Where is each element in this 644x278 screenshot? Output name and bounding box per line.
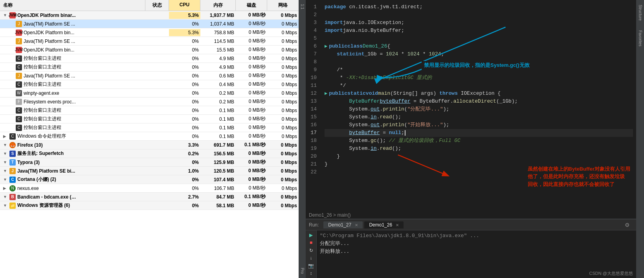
structure-tab[interactable]: Structure <box>637 2 643 24</box>
process-name-text: Cortana (小娜) (2) <box>17 176 56 183</box>
tab-close-icon[interactable]: ✕ <box>396 223 399 227</box>
process-cpu: 0% <box>169 38 200 45</box>
expand-icon[interactable]: ▼ <box>3 195 8 199</box>
expand-icon[interactable]: ▼ <box>3 177 8 182</box>
process-status <box>145 205 169 206</box>
process-cpu: 0% <box>169 176 200 183</box>
process-status <box>145 84 169 85</box>
table-row[interactable]: W winpty-agent.exe 0% 0.2 MB 0 MB/秒 0 Mb… <box>0 89 299 98</box>
expand-icon[interactable]: ▼ <box>3 151 8 156</box>
process-cpu: 0% <box>169 124 200 131</box>
run-tab-demo26[interactable]: Demo1_26 ✕ <box>364 221 404 228</box>
table-row[interactable]: C 控制台窗口主进程 0% 4.9 MB 0 MB/秒 0 Mbps <box>0 54 299 63</box>
process-memory: 0.2 MB <box>200 90 236 97</box>
table-row[interactable]: ▼ JVM OpenJDK Platform binar... 5.3% 1,9… <box>0 11 299 20</box>
table-row[interactable]: ▶ C Windows 命令处理程序 0% 0.1 MB 0 MB/秒 0 Mb… <box>0 132 299 141</box>
process-network: 0 Mbps <box>267 98 299 105</box>
side-tab-favorites[interactable]: Pro <box>299 265 305 276</box>
tab-close-icon[interactable]: ✕ <box>355 223 358 227</box>
expand-icon[interactable]: ▶ <box>3 186 8 190</box>
table-row[interactable]: ▼ 🦊 Firefox (10) 3.3% 691.7 MB 0.1 MB/秒 … <box>0 141 299 149</box>
code-line: ▶public class Demo1_26 { <box>325 42 633 50</box>
expand-icon[interactable]: ▼ <box>3 143 8 147</box>
table-row[interactable]: J Java(TM) Platform SE ... 0% 0.6 MB 0 M… <box>0 72 299 80</box>
process-cpu: 0% <box>169 72 200 79</box>
table-row[interactable]: ▼ S 服务主机: Superfetch 0.2% 156.5 MB 0 MB/… <box>0 149 299 158</box>
table-row[interactable]: J Java(TM) Platform SE ... 0% 1,037.4 MB… <box>0 20 299 28</box>
expand-icon[interactable]: ▼ <box>3 169 8 173</box>
table-row[interactable]: ▶ N nexus.exe 0% 106.7 MB 0 MB/秒 0 Mbps <box>0 184 299 193</box>
table-row[interactable]: ▼ T Typora (3) 0% 125.9 MB 0 MB/秒 0 Mbps <box>0 158 299 167</box>
process-disk: 0 MB/秒 <box>236 28 267 37</box>
expand-icon[interactable]: ▼ <box>3 203 8 208</box>
col-status: 状态 <box>145 0 169 11</box>
table-row[interactable]: C 控制台窗口主进程 0% 0.1 MB 0 MB/秒 0 Mbps <box>0 106 299 115</box>
process-memory: 0.1 MB <box>200 107 236 114</box>
run-tab-demo27[interactable]: Demo1_27 ✕ <box>323 221 363 228</box>
output-line: 开始释放... <box>320 248 633 256</box>
table-row[interactable]: JVM OpenJDK Platform bin... 0% 15.5 MB 0… <box>0 46 299 54</box>
process-name-text: 控制台窗口主进程 <box>24 55 61 62</box>
table-row[interactable]: C 控制台窗口主进程 0% 0.1 MB 0 MB/秒 0 Mbps <box>0 123 299 132</box>
run-camera-button[interactable]: 📷 <box>307 263 315 269</box>
table-row[interactable]: ▼ 📁 Windows 资源管理器 (6) 0% 58.1 MB 0 MB/秒 … <box>0 201 299 210</box>
table-row[interactable]: F Filesystem events proc... 0% 0.2 MB 0 … <box>0 98 299 106</box>
line-number: 4 <box>307 27 320 35</box>
expand-icon[interactable]: ▶ <box>3 134 8 138</box>
line-number: 1 <box>307 3 320 11</box>
process-disk: 0 MB/秒 <box>236 20 267 28</box>
process-icon: C <box>16 107 22 114</box>
table-row[interactable]: ▼ J Java(TM) Platform SE bi... 1.0% 120.… <box>0 167 299 175</box>
process-name: ▼ C Cortana (小娜) (2) <box>0 175 145 184</box>
side-tab-pro[interactable]: 1:1 <box>299 2 305 12</box>
code-line: */ <box>325 82 633 90</box>
tab-demo27-label: Demo1_27 <box>328 222 351 228</box>
process-icon: J <box>9 168 16 174</box>
run-restart-button[interactable]: ↻ <box>307 247 315 254</box>
table-row[interactable]: J Java(TM) Platform SE ... 0% 114.5 MB 0… <box>0 37 299 46</box>
process-icon: F <box>16 99 22 105</box>
expand-icon[interactable]: ▼ <box>3 160 8 164</box>
settings-icon[interactable]: ⚙ <box>622 222 633 228</box>
process-network: 0 Mbps <box>267 159 299 166</box>
run-output: "C:\Program Files\Java\jdk1.8.0_91\bin\j… <box>317 230 636 278</box>
process-status <box>145 170 169 172</box>
process-cpu: 0% <box>169 159 200 166</box>
table-row[interactable]: C 控制台窗口主进程 0% 0.4 MB 0 MB/秒 0 Mbps <box>0 80 299 89</box>
run-scroll-button[interactable]: ↓ <box>307 255 315 261</box>
line-number: 15 <box>307 113 320 121</box>
process-name: ▼ 📁 Windows 资源管理器 (6) <box>0 201 145 210</box>
line-number: 7 <box>307 50 320 58</box>
table-row[interactable]: ▼ C Cortana (小娜) (2) 0% 107.4 MB 0 MB/秒 … <box>0 175 299 184</box>
process-name: C 控制台窗口主进程 <box>0 115 145 123</box>
process-disk: 0 MB/秒 <box>236 184 267 192</box>
run-play-button[interactable]: ▶ <box>307 232 315 238</box>
code-content[interactable]: package cn.itcast.jvm.t1.direct;import j… <box>321 0 636 212</box>
process-memory: 84.7 MB <box>200 193 236 201</box>
col-disk[interactable]: 磁盘 <box>236 0 267 11</box>
favorites-tab[interactable]: Favorites <box>637 27 643 50</box>
process-disk: 0 MB/秒 <box>236 72 267 80</box>
table-row[interactable]: C 控制台窗口主进程 0% 0.1 MB 0 MB/秒 0 Mbps <box>0 115 299 123</box>
code-line: } <box>325 160 633 168</box>
run-settings-button[interactable]: ↕ <box>307 271 315 277</box>
process-disk: 0 MB/秒 <box>236 115 267 123</box>
col-memory[interactable]: 内存 <box>200 0 236 11</box>
process-status <box>145 75 169 77</box>
expand-icon[interactable]: ▼ <box>3 13 8 17</box>
table-row[interactable]: ▼ B Bandicam - bdcam.exe (… 2.7% 84.7 MB… <box>0 193 299 201</box>
col-network[interactable]: 网络 <box>267 0 299 11</box>
process-name-text: Java(TM) Platform SE bi... <box>17 168 75 174</box>
line-number: 12 <box>307 90 320 98</box>
code-line: package cn.itcast.jvm.t1.direct; <box>325 3 633 11</box>
process-status <box>145 196 169 198</box>
table-row[interactable]: C 控制台窗口主进程 0% 4.9 MB 0 MB/秒 0 Mbps <box>0 63 299 72</box>
col-cpu[interactable]: CPU <box>169 0 200 11</box>
process-name: JVM OpenJDK Platform bin... <box>0 29 145 37</box>
process-network: 0 Mbps <box>267 124 299 131</box>
code-line <box>325 168 633 176</box>
run-stop-button[interactable]: ■ <box>307 240 315 246</box>
process-network: 0 Mbps <box>267 107 299 114</box>
table-row[interactable]: JVM OpenJDK Platform bin... 5.3% 758.8 M… <box>0 28 299 37</box>
process-memory: 691.7 MB <box>200 142 236 149</box>
